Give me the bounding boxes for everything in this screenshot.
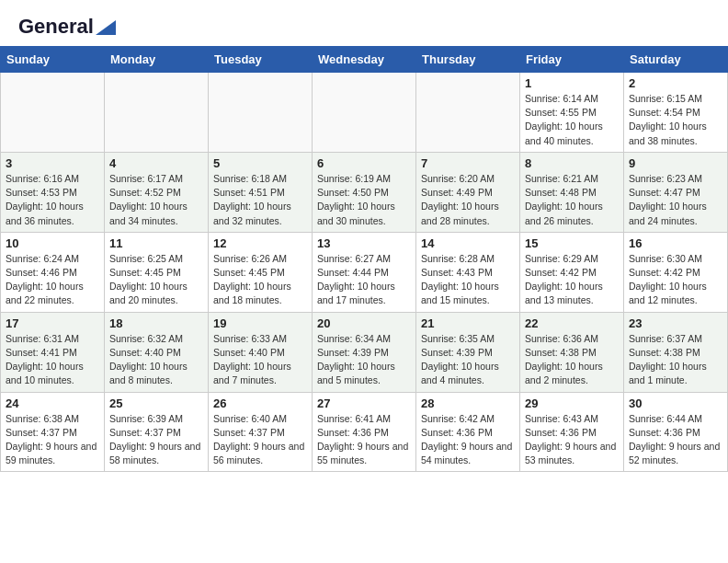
day-info: Sunrise: 6:33 AM Sunset: 4:40 PM Dayligh…	[213, 332, 307, 388]
day-info: Sunrise: 6:21 AM Sunset: 4:48 PM Dayligh…	[525, 172, 619, 228]
day-info: Sunrise: 6:37 AM Sunset: 4:38 PM Dayligh…	[629, 332, 722, 388]
day-number: 4	[109, 156, 203, 170]
day-info: Sunrise: 6:30 AM Sunset: 4:42 PM Dayligh…	[629, 252, 722, 308]
header-saturday: Saturday	[624, 47, 728, 73]
day-info: Sunrise: 6:15 AM Sunset: 4:54 PM Dayligh…	[629, 92, 722, 148]
day-number: 11	[109, 236, 203, 250]
calendar-cell	[313, 73, 416, 153]
calendar-cell: 23Sunrise: 6:37 AM Sunset: 4:38 PM Dayli…	[624, 312, 728, 392]
calendar-cell: 21Sunrise: 6:35 AM Sunset: 4:39 PM Dayli…	[416, 312, 520, 392]
day-number: 20	[317, 316, 411, 330]
page-header: General	[0, 0, 728, 42]
calendar-cell: 6Sunrise: 6:19 AM Sunset: 4:50 PM Daylig…	[313, 152, 416, 232]
day-info: Sunrise: 6:20 AM Sunset: 4:49 PM Dayligh…	[421, 172, 515, 228]
day-info: Sunrise: 6:24 AM Sunset: 4:46 PM Dayligh…	[6, 252, 99, 308]
header-friday: Friday	[520, 47, 624, 73]
header-monday: Monday	[105, 47, 209, 73]
day-number: 8	[525, 156, 619, 170]
day-info: Sunrise: 6:29 AM Sunset: 4:42 PM Dayligh…	[525, 252, 619, 308]
day-number: 23	[629, 316, 722, 330]
calendar-week-row: 3Sunrise: 6:16 AM Sunset: 4:53 PM Daylig…	[1, 152, 728, 232]
day-info: Sunrise: 6:35 AM Sunset: 4:39 PM Dayligh…	[421, 332, 515, 388]
day-number: 10	[6, 236, 99, 250]
day-number: 19	[213, 316, 307, 330]
calendar-header-row: SundayMondayTuesdayWednesdayThursdayFrid…	[1, 47, 728, 73]
calendar-cell: 16Sunrise: 6:30 AM Sunset: 4:42 PM Dayli…	[624, 232, 728, 312]
day-number: 21	[421, 316, 515, 330]
day-number: 30	[629, 396, 722, 410]
day-number: 3	[6, 156, 99, 170]
calendar-cell: 17Sunrise: 6:31 AM Sunset: 4:41 PM Dayli…	[1, 312, 105, 392]
day-info: Sunrise: 6:18 AM Sunset: 4:51 PM Dayligh…	[213, 172, 307, 228]
calendar-cell: 27Sunrise: 6:41 AM Sunset: 4:36 PM Dayli…	[313, 392, 416, 472]
calendar-cell: 5Sunrise: 6:18 AM Sunset: 4:51 PM Daylig…	[209, 152, 313, 232]
day-info: Sunrise: 6:14 AM Sunset: 4:55 PM Dayligh…	[525, 92, 619, 148]
day-info: Sunrise: 6:17 AM Sunset: 4:52 PM Dayligh…	[109, 172, 203, 228]
logo-general: General	[18, 15, 94, 39]
day-number: 24	[6, 396, 99, 410]
calendar-cell: 3Sunrise: 6:16 AM Sunset: 4:53 PM Daylig…	[1, 152, 105, 232]
day-number: 14	[421, 236, 515, 250]
day-number: 5	[213, 156, 307, 170]
day-number: 29	[525, 396, 619, 410]
calendar-cell: 24Sunrise: 6:38 AM Sunset: 4:37 PM Dayli…	[1, 392, 105, 472]
calendar-cell: 1Sunrise: 6:14 AM Sunset: 4:55 PM Daylig…	[520, 73, 624, 153]
calendar-week-row: 1Sunrise: 6:14 AM Sunset: 4:55 PM Daylig…	[1, 73, 728, 153]
day-info: Sunrise: 6:32 AM Sunset: 4:40 PM Dayligh…	[109, 332, 203, 388]
day-info: Sunrise: 6:43 AM Sunset: 4:36 PM Dayligh…	[525, 412, 619, 468]
day-info: Sunrise: 6:23 AM Sunset: 4:47 PM Dayligh…	[629, 172, 722, 228]
calendar-cell: 20Sunrise: 6:34 AM Sunset: 4:39 PM Dayli…	[313, 312, 416, 392]
calendar-cell	[1, 73, 105, 153]
calendar-cell: 19Sunrise: 6:33 AM Sunset: 4:40 PM Dayli…	[209, 312, 313, 392]
day-info: Sunrise: 6:40 AM Sunset: 4:37 PM Dayligh…	[213, 412, 307, 468]
day-number: 13	[317, 236, 411, 250]
day-info: Sunrise: 6:31 AM Sunset: 4:41 PM Dayligh…	[6, 332, 99, 388]
day-number: 26	[213, 396, 307, 410]
calendar-cell: 7Sunrise: 6:20 AM Sunset: 4:49 PM Daylig…	[416, 152, 520, 232]
calendar-cell: 18Sunrise: 6:32 AM Sunset: 4:40 PM Dayli…	[105, 312, 209, 392]
day-info: Sunrise: 6:26 AM Sunset: 4:45 PM Dayligh…	[213, 252, 307, 308]
calendar-cell	[105, 73, 209, 153]
calendar-cell: 4Sunrise: 6:17 AM Sunset: 4:52 PM Daylig…	[105, 152, 209, 232]
calendar-cell: 10Sunrise: 6:24 AM Sunset: 4:46 PM Dayli…	[1, 232, 105, 312]
calendar-cell: 30Sunrise: 6:44 AM Sunset: 4:36 PM Dayli…	[624, 392, 728, 472]
calendar-cell	[416, 73, 520, 153]
logo: General	[18, 15, 116, 35]
day-number: 22	[525, 316, 619, 330]
calendar-cell: 8Sunrise: 6:21 AM Sunset: 4:48 PM Daylig…	[520, 152, 624, 232]
day-number: 6	[317, 156, 411, 170]
day-number: 28	[421, 396, 515, 410]
day-number: 9	[629, 156, 722, 170]
calendar-cell	[209, 73, 313, 153]
day-number: 25	[109, 396, 203, 410]
day-number: 18	[109, 316, 203, 330]
calendar-week-row: 24Sunrise: 6:38 AM Sunset: 4:37 PM Dayli…	[1, 392, 728, 472]
day-number: 17	[6, 316, 99, 330]
day-info: Sunrise: 6:27 AM Sunset: 4:44 PM Dayligh…	[317, 252, 411, 308]
day-info: Sunrise: 6:39 AM Sunset: 4:37 PM Dayligh…	[109, 412, 203, 468]
day-number: 15	[525, 236, 619, 250]
day-number: 27	[317, 396, 411, 410]
day-number: 7	[421, 156, 515, 170]
day-number: 2	[629, 76, 722, 90]
day-info: Sunrise: 6:25 AM Sunset: 4:45 PM Dayligh…	[109, 252, 203, 308]
logo-icon	[96, 20, 116, 35]
header-tuesday: Tuesday	[209, 47, 313, 73]
calendar-cell: 28Sunrise: 6:42 AM Sunset: 4:36 PM Dayli…	[416, 392, 520, 472]
calendar-cell: 15Sunrise: 6:29 AM Sunset: 4:42 PM Dayli…	[520, 232, 624, 312]
day-info: Sunrise: 6:38 AM Sunset: 4:37 PM Dayligh…	[6, 412, 99, 468]
header-wednesday: Wednesday	[313, 47, 416, 73]
calendar-week-row: 17Sunrise: 6:31 AM Sunset: 4:41 PM Dayli…	[1, 312, 728, 392]
day-info: Sunrise: 6:28 AM Sunset: 4:43 PM Dayligh…	[421, 252, 515, 308]
calendar-cell: 2Sunrise: 6:15 AM Sunset: 4:54 PM Daylig…	[624, 73, 728, 153]
day-number: 12	[213, 236, 307, 250]
calendar-week-row: 10Sunrise: 6:24 AM Sunset: 4:46 PM Dayli…	[1, 232, 728, 312]
calendar-cell: 9Sunrise: 6:23 AM Sunset: 4:47 PM Daylig…	[624, 152, 728, 232]
day-info: Sunrise: 6:19 AM Sunset: 4:50 PM Dayligh…	[317, 172, 411, 228]
calendar-table: SundayMondayTuesdayWednesdayThursdayFrid…	[0, 46, 728, 472]
day-number: 16	[629, 236, 722, 250]
day-info: Sunrise: 6:34 AM Sunset: 4:39 PM Dayligh…	[317, 332, 411, 388]
day-info: Sunrise: 6:44 AM Sunset: 4:36 PM Dayligh…	[629, 412, 722, 468]
calendar-cell: 11Sunrise: 6:25 AM Sunset: 4:45 PM Dayli…	[105, 232, 209, 312]
day-number: 1	[525, 76, 619, 90]
